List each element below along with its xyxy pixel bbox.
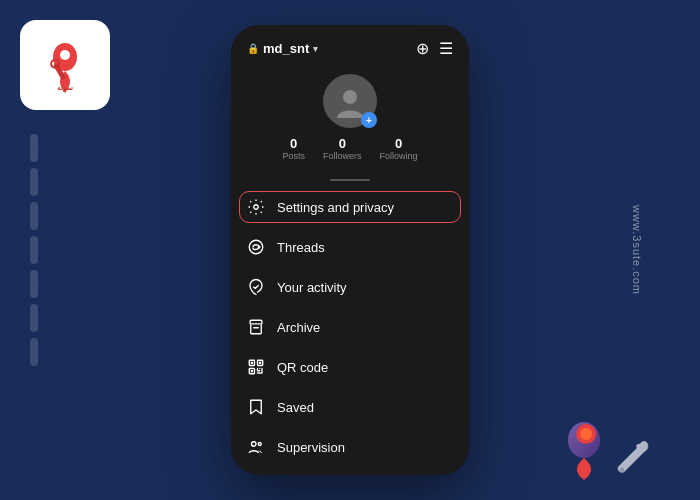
menu-item-settings[interactable]: Settings and privacy: [231, 187, 469, 227]
bg-decoration: [30, 134, 38, 366]
following-count: 0: [395, 136, 402, 151]
posts-count: 0: [290, 136, 297, 151]
supervision-label: Supervision: [277, 440, 345, 455]
menu-item-supervision[interactable]: Supervision: [231, 427, 469, 467]
section-divider: [330, 179, 370, 181]
followers-label: Followers: [323, 151, 362, 161]
following-stat: 0 Following: [380, 136, 418, 161]
phone-header: 🔒 md_snt ▾ ⊕ ☰: [231, 25, 469, 66]
archive-label: Archive: [277, 320, 320, 335]
svg-point-1: [60, 50, 70, 60]
phone-mockup: 🔒 md_snt ▾ ⊕ ☰ + 0 Posts 0: [231, 25, 469, 475]
svg-point-9: [343, 90, 357, 104]
stats-row: 0 Posts 0 Followers 0 Following: [282, 136, 417, 161]
svg-point-19: [252, 442, 257, 447]
svg-rect-18: [251, 370, 253, 372]
activity-icon: [247, 278, 265, 296]
add-content-button[interactable]: ⊕: [416, 39, 429, 58]
logo: سوته: [33, 33, 97, 97]
svg-point-7: [580, 428, 592, 440]
svg-point-12: [258, 246, 260, 248]
threads-icon: [247, 238, 265, 256]
svg-text:سوته: سوته: [57, 84, 73, 92]
posts-label: Posts: [282, 151, 305, 161]
menu-item-archive[interactable]: Archive: [231, 307, 469, 347]
saved-icon: [247, 398, 265, 416]
svg-point-11: [249, 240, 263, 254]
menu-list: Settings and privacy Threads: [231, 187, 469, 475]
watermark: www.3sute.com: [631, 205, 643, 295]
gear-icon: [247, 198, 265, 216]
followers-count: 0: [339, 136, 346, 151]
username-text: md_snt: [263, 41, 309, 56]
your-activity-label: Your activity: [277, 280, 347, 295]
svg-rect-17: [259, 362, 261, 364]
followers-stat: 0 Followers: [323, 136, 362, 161]
profile-section: + 0 Posts 0 Followers 0 Following: [231, 66, 469, 173]
following-label: Following: [380, 151, 418, 161]
qr-code-label: QR code: [277, 360, 328, 375]
logo-card: سوته: [20, 20, 110, 110]
header-actions: ⊕ ☰: [416, 39, 453, 58]
svg-point-20: [258, 443, 261, 446]
svg-point-8: [620, 468, 625, 473]
username-display: 🔒 md_snt ▾: [247, 41, 318, 56]
menu-item-close-friends[interactable]: Close Friends: [231, 467, 469, 475]
menu-item-threads[interactable]: Threads: [231, 227, 469, 267]
menu-item-your-activity[interactable]: Your activity: [231, 267, 469, 307]
settings-label: Settings and privacy: [277, 200, 394, 215]
saved-label: Saved: [277, 400, 314, 415]
bottom-right-decoration: [556, 418, 650, 480]
menu-button[interactable]: ☰: [439, 39, 453, 58]
avatar-wrapper: +: [323, 74, 377, 128]
chevron-down-icon: ▾: [313, 44, 318, 54]
menu-item-qr-code[interactable]: QR code: [231, 347, 469, 387]
add-avatar-button[interactable]: +: [361, 112, 377, 128]
archive-icon: [247, 318, 265, 336]
supervision-icon: [247, 438, 265, 456]
svg-rect-16: [251, 362, 253, 364]
menu-item-saved[interactable]: Saved: [231, 387, 469, 427]
svg-point-10: [254, 205, 259, 210]
lock-icon: 🔒: [247, 43, 259, 54]
qr-icon: [247, 358, 265, 376]
threads-label: Threads: [277, 240, 325, 255]
posts-stat: 0 Posts: [282, 136, 305, 161]
